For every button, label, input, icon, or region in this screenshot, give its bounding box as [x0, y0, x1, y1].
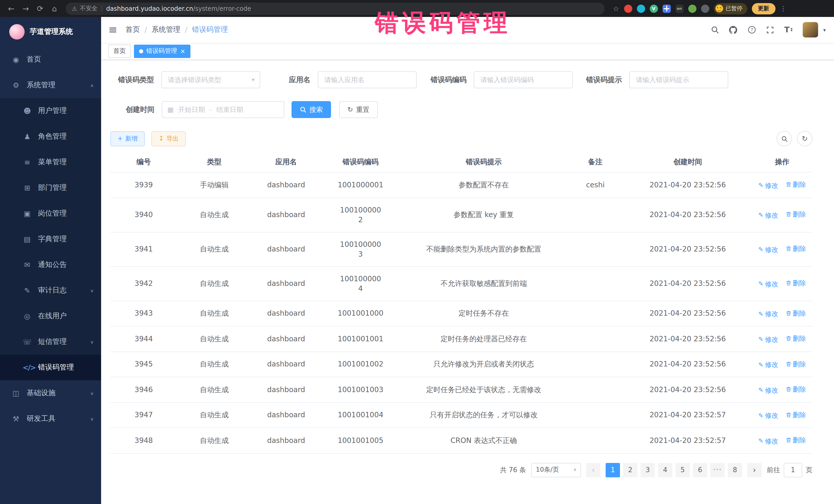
address-bar[interactable]: ⚠ 不安全 dashboard.yudao.iocoder.cn/system/… [66, 2, 605, 15]
browser-update-button[interactable]: 更新 [752, 3, 775, 14]
sidebar-item-dict-management[interactable]: ▤ 字典管理 [0, 226, 101, 252]
sidebar-item-system-management[interactable]: ⚙ 系统管理 ∧ [0, 72, 101, 98]
profile-chip[interactable]: 已暂停 [714, 3, 747, 14]
leaf-extension-icon[interactable] [688, 4, 696, 13]
page-size-value: 10条/页 [536, 465, 559, 474]
page-size-select[interactable]: 10条/页 ▾ [531, 463, 581, 477]
recorder-extension-icon[interactable] [624, 4, 632, 13]
edit-link[interactable]: ✎ 修改 [758, 385, 778, 395]
pager-more-button[interactable]: ••• [710, 463, 725, 477]
end-date-placeholder: 结束日期 [216, 105, 243, 114]
goto-page-input[interactable] [784, 463, 802, 477]
breadcrumb-separator: / [185, 26, 187, 34]
page-button-2[interactable]: 2 [623, 463, 637, 477]
page-button-4[interactable]: 4 [658, 463, 672, 477]
page-button-5[interactable]: 5 [675, 463, 690, 477]
browser-reload-icon[interactable]: ⟳ [34, 2, 46, 15]
app-logo[interactable]: 芋道管理系统 [0, 17, 101, 47]
edit-link[interactable]: ✎ 修改 [758, 411, 778, 420]
on-badge-extension-icon[interactable]: on [675, 4, 683, 13]
edit-link[interactable]: ✎ 修改 [758, 211, 778, 220]
delete-link[interactable]: 删除 [786, 180, 806, 190]
tab-home[interactable]: 首页 [108, 44, 131, 58]
sidebar-item-role-management[interactable]: ♟ 角色管理 [0, 124, 101, 149]
sidebar-toggle-icon[interactable]: ≡ [108, 24, 117, 35]
edit-link[interactable]: ✎ 修改 [758, 334, 778, 344]
create-time-range-picker[interactable]: ▦ 开始日期 - 结束日期 [162, 101, 284, 118]
sidebar-item-infrastructure[interactable]: ◫ 基础设施 ∨ [0, 380, 101, 406]
delete-link[interactable]: 删除 [786, 279, 806, 288]
sidebar-item-notice[interactable]: ✉ 通知公告 [0, 252, 101, 278]
avatar-caret-icon[interactable]: ▾ [823, 27, 826, 32]
edit-link[interactable]: ✎ 修改 [758, 279, 778, 289]
browser-back-icon[interactable]: ← [5, 2, 18, 15]
refresh-table-button[interactable]: ↻ [797, 131, 812, 146]
close-tab-icon[interactable]: × [180, 48, 185, 54]
cell-id: 3947 [110, 402, 177, 428]
delete-link[interactable]: 删除 [786, 359, 806, 369]
goto-suffix: 页 [806, 465, 812, 475]
tab-error-code-management[interactable]: 错误码管理 × [134, 44, 191, 58]
filter-label-type: 错误码类型 [118, 75, 154, 84]
sidebar-item-audit-log[interactable]: ✎ 审计日志 ∨ [0, 278, 101, 303]
user-avatar[interactable] [803, 22, 818, 38]
vue-devtools-extension-icon[interactable]: V [650, 4, 658, 13]
delete-link[interactable]: 删除 [786, 308, 806, 318]
browser-forward-icon[interactable]: → [20, 2, 32, 15]
delete-link[interactable]: 删除 [786, 334, 806, 343]
sidebar-item-label: 研发工具 [27, 414, 84, 423]
toggle-search-button[interactable] [776, 131, 792, 146]
sidebar-item-online-users[interactable]: ◎ 在线用户 [0, 303, 101, 329]
edit-link[interactable]: ✎ 修改 [758, 360, 778, 370]
page-button-1[interactable]: 1 [606, 463, 620, 477]
export-button[interactable]: ↧ 导出 [151, 131, 186, 146]
delete-link[interactable]: 删除 [786, 385, 806, 394]
add-button[interactable]: + 新增 [110, 131, 145, 146]
page-button-8[interactable]: 8 [728, 463, 742, 477]
github-icon[interactable] [726, 22, 741, 38]
pager-next-button[interactable]: › [747, 463, 762, 477]
error-code-input[interactable] [474, 71, 573, 88]
breadcrumb-system[interactable]: 系统管理 [152, 25, 180, 35]
sidebar-item-dev-tools[interactable]: ⚒ 研发工具 ∨ [0, 406, 101, 432]
delete-link[interactable]: 删除 [786, 210, 806, 219]
sidebar-item-error-code-management[interactable]: </> 错误码管理 [0, 355, 101, 380]
sidebar-item-user-management[interactable]: ☻ 用户管理 [0, 98, 101, 124]
help-icon[interactable]: ? [744, 22, 760, 38]
font-size-icon[interactable]: T↕ [781, 22, 796, 38]
fullscreen-icon[interactable] [763, 22, 778, 38]
sidebar-item-home[interactable]: ◉ 首页 [0, 47, 101, 72]
search-icon[interactable] [707, 22, 723, 38]
pager-prev-button[interactable]: ‹ [586, 463, 600, 477]
browser-menu-icon[interactable]: ⋮ [780, 5, 787, 12]
breadcrumb-home[interactable]: 首页 [126, 25, 140, 35]
browser-home-icon[interactable]: ⌂ [48, 2, 61, 15]
sidebar-item-menu-management[interactable]: ≡ 菜单管理 [0, 149, 101, 175]
bookmark-star-icon[interactable]: ☆ [613, 4, 619, 13]
edit-link[interactable]: ✎ 修改 [758, 309, 778, 319]
cell-type: 自动生成 [177, 301, 251, 326]
delete-link[interactable]: 删除 [786, 435, 806, 445]
pin-extension-icon[interactable] [701, 4, 709, 13]
sidebar-item-post-management[interactable]: ▣ 岗位管理 [0, 201, 101, 226]
page-button-3[interactable]: 3 [640, 463, 655, 477]
reset-button[interactable]: ↻ 重置 [339, 101, 378, 118]
plus-icon: + [117, 135, 123, 142]
table-row: 3943 自动生成 dashboard 1001001000 定时任务不存在 2… [110, 301, 812, 326]
edit-link[interactable]: ✎ 修改 [758, 245, 778, 255]
delete-link[interactable]: 删除 [786, 244, 806, 254]
search-button[interactable]: 搜索 [291, 101, 331, 118]
trash-icon [786, 281, 791, 286]
security-status[interactable]: ⚠ 不安全 [72, 5, 97, 12]
error-hint-input[interactable] [629, 71, 728, 88]
sidebar-item-sms-management[interactable]: ☏ 短信管理 ∨ [0, 329, 101, 355]
drop-extension-icon[interactable] [637, 4, 645, 13]
page-button-6[interactable]: 6 [693, 463, 707, 477]
delete-link[interactable]: 删除 [786, 410, 806, 420]
edit-link[interactable]: ✎ 修改 [758, 436, 778, 446]
error-type-select[interactable]: 请选择错误码类型 ▾ [161, 71, 260, 88]
app-name-input[interactable] [318, 71, 417, 88]
grid-extension-icon[interactable] [662, 4, 671, 13]
sidebar-item-dept-management[interactable]: ⊞ 部门管理 [0, 175, 101, 201]
edit-link[interactable]: ✎ 修改 [758, 180, 778, 190]
